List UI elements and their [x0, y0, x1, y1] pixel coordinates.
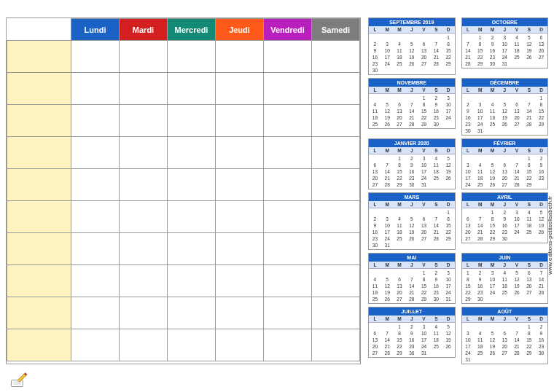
mini-calendar-title: NOVEMBRE — [368, 78, 456, 87]
planner-cell[interactable] — [168, 73, 216, 105]
planner-cell[interactable] — [264, 169, 312, 201]
planner-row-label[interactable] — [7, 41, 71, 73]
mini-calendar-empty — [394, 34, 406, 41]
planner-cell[interactable] — [216, 329, 264, 361]
planner-cell[interactable] — [120, 297, 168, 329]
mini-calendar-day: 18 — [511, 47, 523, 54]
planner-cell[interactable] — [168, 169, 216, 201]
mini-calendar-day: 2 — [430, 95, 442, 101]
planner-cell[interactable] — [168, 329, 216, 361]
edit-icon[interactable] — [9, 369, 29, 389]
planner-cell[interactable] — [216, 105, 264, 137]
mini-calendar-empty — [381, 155, 394, 162]
planner-cell[interactable] — [71, 169, 120, 201]
planner-cell[interactable] — [264, 297, 312, 329]
mini-calendar-day: 4 — [474, 162, 486, 168]
mini-calendar-day: 27 — [499, 181, 511, 188]
mini-calendar-day: 23 — [405, 343, 418, 350]
mini-calendar-day: 11 — [474, 168, 486, 175]
mini-calendar-day: 2 — [486, 34, 499, 41]
planner-cell[interactable] — [312, 233, 360, 265]
planner-cell[interactable] — [120, 329, 168, 361]
planner-cell[interactable] — [264, 329, 312, 361]
mini-calendar-empty — [430, 209, 442, 216]
planner-cell[interactable] — [312, 41, 360, 73]
planner-row-label[interactable] — [7, 329, 71, 361]
planner-cell[interactable] — [312, 265, 360, 297]
planner-cell[interactable] — [71, 201, 120, 233]
planner-row-label[interactable] — [7, 73, 71, 105]
planner-cell[interactable] — [216, 137, 264, 169]
mini-calendar-day: 18 — [499, 283, 511, 289]
planner-cell[interactable] — [71, 329, 120, 361]
planner-row-label[interactable] — [7, 169, 71, 201]
planner-cell[interactable] — [120, 233, 168, 265]
mini-calendar-empty — [462, 324, 475, 330]
mini-calendar: NOVEMBRELMMJVSD1234567891011121314151617… — [368, 78, 456, 136]
mini-calendar-dow-row: LMMJVSD — [461, 147, 549, 154]
mini-calendar-day: 6 — [499, 330, 511, 337]
planner-cell[interactable] — [216, 201, 264, 233]
planner-cell[interactable] — [264, 265, 312, 297]
planner-row-label[interactable] — [7, 105, 71, 137]
planner-cell[interactable] — [312, 201, 360, 233]
planner-cell[interactable] — [312, 105, 360, 137]
planner-cell[interactable] — [168, 297, 216, 329]
planner-cell[interactable] — [264, 201, 312, 233]
planner-cell[interactable] — [312, 297, 360, 329]
planner-cell[interactable] — [264, 137, 312, 169]
planner-cell[interactable] — [71, 105, 120, 137]
planner-cell[interactable] — [264, 73, 312, 105]
mini-calendar-dow: M — [474, 315, 486, 322]
planner-cell[interactable] — [71, 265, 120, 297]
planner-cell[interactable] — [264, 233, 312, 265]
planner-cell[interactable] — [120, 265, 168, 297]
planner-cell[interactable] — [264, 41, 312, 73]
planner-row-label[interactable] — [7, 137, 71, 169]
mini-calendar-day: 15 — [442, 47, 455, 54]
mini-calendar-day: 20 — [418, 54, 430, 60]
planner-cell[interactable] — [216, 73, 264, 105]
planner-cell[interactable] — [71, 41, 120, 73]
planner-cell[interactable] — [312, 169, 360, 201]
planner-cell[interactable] — [312, 137, 360, 169]
planner-cell[interactable] — [216, 265, 264, 297]
planner-cell[interactable] — [168, 137, 216, 169]
planner-cell[interactable] — [71, 297, 120, 329]
mini-calendar-day: 1 — [462, 270, 475, 276]
planner-row-label[interactable] — [7, 233, 71, 265]
mini-calendar-dow: J — [405, 201, 418, 208]
planner-cell[interactable] — [120, 137, 168, 169]
mini-calendar-day: 27 — [369, 181, 381, 188]
mini-calendar-dow: D — [442, 262, 455, 268]
planner-cell[interactable] — [216, 41, 264, 73]
planner-cell[interactable] — [120, 105, 168, 137]
planner-cell[interactable] — [216, 233, 264, 265]
planner-cell[interactable] — [168, 105, 216, 137]
planner-cell[interactable] — [312, 73, 360, 105]
planner-cell[interactable] — [71, 137, 120, 169]
mini-calendar-dow: J — [405, 26, 418, 33]
planner-cell[interactable] — [120, 73, 168, 105]
planner-cell[interactable] — [120, 169, 168, 201]
mini-calendar-day: 1 — [418, 270, 430, 276]
mini-calendar-day: 18 — [430, 168, 442, 175]
planner-cell[interactable] — [168, 233, 216, 265]
mini-calendar-empty — [499, 95, 511, 101]
planner-cell[interactable] — [168, 41, 216, 73]
mini-calendar-day: 15 — [486, 222, 499, 229]
planner-cell[interactable] — [168, 201, 216, 233]
planner-cell[interactable] — [216, 297, 264, 329]
planner-row-label[interactable] — [7, 297, 71, 329]
planner-cell[interactable] — [120, 201, 168, 233]
planner-cell[interactable] — [71, 73, 120, 105]
mini-calendar-day: 26 — [486, 181, 499, 188]
planner-cell[interactable] — [216, 169, 264, 201]
planner-cell[interactable] — [312, 329, 360, 361]
planner-cell[interactable] — [168, 265, 216, 297]
planner-row-label[interactable] — [7, 201, 71, 233]
planner-cell[interactable] — [71, 233, 120, 265]
planner-cell[interactable] — [120, 41, 168, 73]
planner-row-label[interactable] — [7, 265, 71, 297]
planner-cell[interactable] — [264, 105, 312, 137]
